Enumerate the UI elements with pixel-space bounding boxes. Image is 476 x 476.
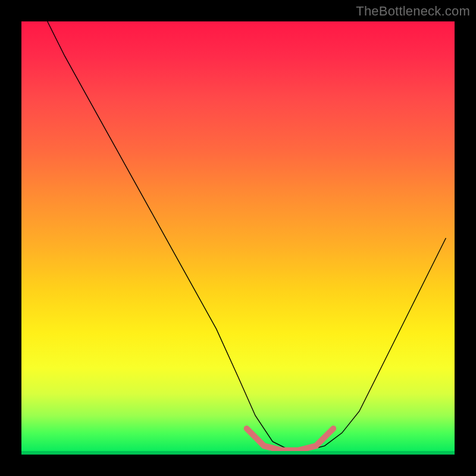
main-curve — [48, 21, 446, 450]
green-baseline — [21, 451, 455, 455]
watermark: TheBottleneck.com — [356, 4, 470, 19]
plot-area — [21, 21, 455, 455]
curve-svg — [21, 21, 455, 455]
chart-frame: TheBottleneck.com — [0, 0, 476, 476]
